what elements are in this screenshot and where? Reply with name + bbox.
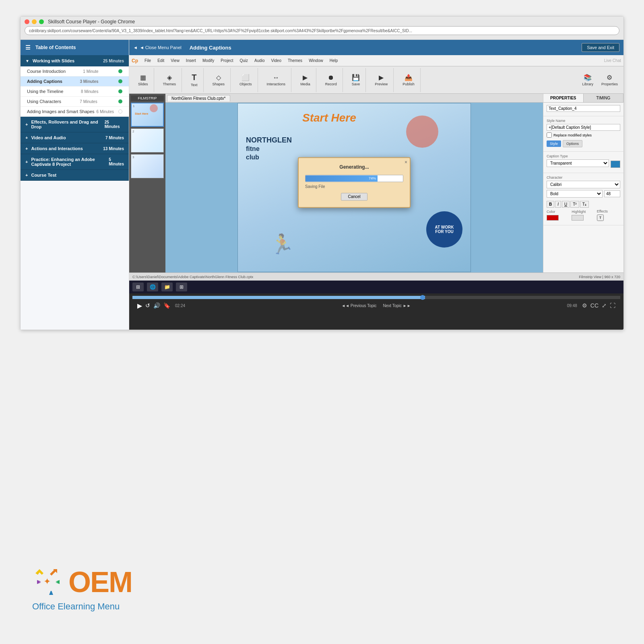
toc-item-characters[interactable]: Using Characters 7 Minutes [21,97,129,107]
prev-topic-button[interactable]: ◄◄ Previous Topic [338,303,380,309]
properties-btn[interactable]: ⚙ Properties [599,73,620,87]
ribbon-btn-text[interactable]: T Text [188,72,200,88]
close-menu-button[interactable]: ◄ ◄ Close Menu Panel [133,45,182,50]
toc-section-video[interactable]: + Video and Audio 7 Minutes [21,132,129,143]
dialog-cancel-button[interactable]: Cancel [341,193,367,200]
caption-type-select[interactable]: Transparent [547,159,609,167]
menu-audio[interactable]: Audio [252,58,267,64]
toc-section-test[interactable]: + Course Test [21,170,129,181]
menu-help[interactable]: Help [327,58,341,64]
shapes-icon: ◇ [216,74,221,81]
menu-quiz[interactable]: Quiz [237,58,250,64]
slide-thumb-1[interactable]: 1 Start Here [131,103,164,127]
menu-project[interactable]: Project [218,58,235,64]
toc-section-practice[interactable]: + Practice: Enhancing an Adobe Captivate… [21,154,129,170]
props-style-section: Style Name Replace modified styles Style… [543,116,623,152]
style-button[interactable]: Style [547,140,561,147]
video-progress-bar[interactable] [132,296,620,299]
close-button[interactable] [25,19,29,24]
volume-button[interactable]: 🔊 [152,302,162,309]
video-player: ▶ ↺ 🔊 🔖 02:24 ◄◄ Previous Topic Next Top… [129,293,623,330]
captivate-menu-bar: Cp File Edit View Insert Modify Project … [129,55,623,66]
browser-chrome: Skillsoft Course Player - Google Chrome … [21,17,623,40]
menu-themes[interactable]: Themes [285,58,305,64]
ribbon-group-slides: ▦ Slides [132,68,154,92]
tab-properties[interactable]: PROPERTIES [543,94,584,102]
font-size-input[interactable] [604,190,620,197]
menu-insert[interactable]: Insert [184,58,198,64]
style-input[interactable] [547,124,620,131]
menu-window[interactable]: Window [306,58,326,64]
main-content: ◄ ◄ Close Menu Panel Adding Captions Sav… [129,40,623,330]
ribbon-btn-save[interactable]: 💾 Save [349,73,363,87]
ribbon-btn-media[interactable]: ▶ Media [298,73,313,87]
badge-line2: FOR YOU [435,229,453,234]
maximize-button[interactable] [39,19,44,24]
toc-section-actions[interactable]: + Actions and Interactions 13 Minutes [21,143,129,154]
toc-item-adding-captions[interactable]: Adding Captions 3 Minutes [21,76,129,87]
address-bar[interactable]: cdnlibrary.skillport.com/courseware/Cont… [25,26,619,35]
logo-line1: NORTHGLEN [246,136,292,145]
superscript-button[interactable]: T² [570,201,579,208]
slide-thumb-3[interactable]: 3 [131,154,164,178]
slide-thumb-2[interactable]: 2 [131,128,164,153]
bold-button[interactable]: B [547,201,554,208]
ribbon-btn-record[interactable]: ⏺ Record [323,73,339,87]
live-chat-link[interactable]: Live Chat [604,58,621,63]
toc-section-effects[interactable]: + Effects, Rollovers and Drag and Drop 2… [21,117,129,132]
ribbon-btn-interactions[interactable]: ↔ Interactions [264,73,288,87]
ribbon-group-objects: ⬜ Objects [234,68,258,92]
save-exit-button[interactable]: Save and Exit [582,43,619,52]
status-file-path: C:\Users\Daniel\Documents\Adobe Captivat… [132,275,253,279]
captivate-logo: Cp [132,58,138,64]
menu-file[interactable]: File [142,58,153,64]
toc-section-header[interactable]: ▼ Working with Slides 25 Minutes [21,55,129,66]
caption-name-input[interactable] [547,105,620,112]
ribbon-btn-themes[interactable]: ◈ Themes [161,73,179,87]
caption-color-swatch[interactable] [611,161,620,168]
taskbar-windows-btn[interactable]: ⊞ [132,283,144,291]
menu-video[interactable]: Video [269,58,284,64]
toc-item-timeline[interactable]: Using the Timeline 8 Minutes [21,87,129,97]
replace-checkbox[interactable] [547,132,552,138]
slide-tab[interactable]: NorthGlenn Fitness Club.cptx* [167,95,230,101]
resize-button[interactable]: ⤢ [600,301,608,310]
library-btn[interactable]: 📚 Library [580,73,596,87]
settings-button[interactable]: ⚙ [580,301,589,310]
ribbon-btn-preview[interactable]: ▶ Preview [372,73,390,87]
bookmark-button[interactable]: 🔖 [162,302,172,309]
taskbar-browser-btn[interactable]: 🌐 [147,283,158,291]
ribbon-btn-shapes[interactable]: ◇ Shapes [210,73,227,87]
font-style-select[interactable]: Bold [547,190,603,198]
rewind-button[interactable]: ↺ [144,302,152,309]
expand-icon-4: + [25,159,28,164]
font-family-select[interactable]: Calibri [547,181,620,188]
record-icon: ⏺ [328,74,334,81]
video-progress-thumb[interactable] [420,295,425,300]
next-topic-button[interactable]: Next Topic ►► [380,303,414,309]
ribbon-btn-publish[interactable]: 📤 Publish [400,73,417,87]
time-current: 02:24 [175,303,185,308]
fullscreen-button[interactable]: ⛶ [608,301,617,310]
play-button[interactable]: ▶ [136,302,144,310]
color-swatch[interactable] [547,215,559,221]
taskbar-app-btn[interactable]: ⊞ [176,283,187,291]
toc-item-course-intro[interactable]: Course Introduction 1 Minute [21,66,129,76]
italic-button[interactable]: I [555,201,561,208]
menu-view[interactable]: View [168,58,182,64]
options-button[interactable]: Options [563,140,582,147]
subscript-button[interactable]: T₂ [580,201,589,208]
menu-edit[interactable]: Edit [155,58,167,64]
tab-timing[interactable]: TIMING [584,94,624,102]
menu-modify[interactable]: Modify [200,58,217,64]
dialog-close-icon[interactable]: × [405,159,407,165]
taskbar-explorer-btn[interactable]: 📁 [161,283,173,291]
cc-button[interactable]: CC [589,301,600,310]
ribbon-btn-slides[interactable]: ▦ Slides [136,73,151,87]
toc-item-images[interactable]: Adding Images and Smart Shapes 6 Minutes [21,107,129,117]
underline-button[interactable]: U [562,201,570,208]
minimize-button[interactable] [32,19,37,24]
effects-button[interactable]: T [597,215,604,221]
ribbon-btn-objects[interactable]: ⬜ Objects [237,73,254,87]
highlight-swatch[interactable] [572,215,584,221]
